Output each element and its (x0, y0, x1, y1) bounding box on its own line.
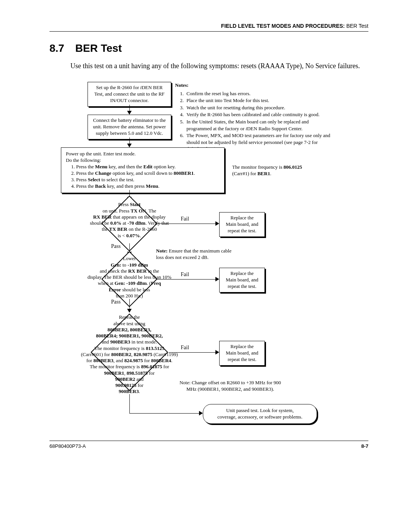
process-connect-eliminator: Connect the battery eliminator to the un… (88, 115, 171, 139)
section-number: 8.7 (49, 42, 72, 54)
fail-label-1: Fail (181, 216, 189, 222)
pass-label-2: Pass (111, 299, 121, 305)
header-tail: BER Test (345, 23, 368, 29)
carrier-note: The monitor frequency is 806.0125 (Carr#… (232, 164, 302, 177)
notes-title: Notes: (175, 82, 331, 89)
decision-lower-gen-text: Lower Gen: to -109 dBm and check the RX … (83, 256, 176, 299)
page-header: FIELD LEVEL TEST MODES AND PROCEDURES: B… (49, 23, 368, 32)
page-footer: 68P80400P73-A 8-7 (49, 441, 368, 449)
note-3: Watch the unit for resetting during this… (185, 104, 331, 111)
decision-start-tx-text: Press Start on unit. Press TX ON. The RX… (84, 201, 175, 239)
note-1: Confirm the reset log has errors. (185, 90, 331, 97)
result-replace-1: Replace theMain board, andrepeat the tes… (219, 212, 265, 237)
footer-doc: 68P80400P73-A (49, 443, 86, 449)
terminal-pass: Unit passed test. Look for system, cover… (203, 404, 317, 424)
note-5: In the United States, the Main board can… (185, 118, 331, 132)
result-replace-2: Replace theMain board, andrepeat the tes… (219, 268, 265, 292)
section-intro: Use this test on a unit having any of th… (70, 61, 368, 70)
decision-repeat-tests-text: Repeat the above test using 800BER2, 800… (70, 314, 188, 395)
pass-label-1: Pass (111, 243, 121, 249)
process-setup-r2660: Set up the R-2660 for iDEN BER Test, and… (88, 82, 171, 107)
section-heading: 8.7 BER Test (49, 42, 368, 54)
fail-label-2: Fail (181, 272, 189, 278)
process-enter-test-mode: Power up the unit. Enter test mode. Do t… (61, 147, 225, 193)
note-2: Place the unit into Test Mode for this t… (185, 97, 331, 104)
section-title: BER Test (75, 42, 122, 54)
footer-page: 8-7 (361, 443, 368, 449)
flowchart: Notes: Confirm the reset log has errors.… (53, 82, 373, 436)
note-4: Verify the R-2660 has been calibrated an… (185, 111, 331, 118)
header-bold: FIELD LEVEL TEST MODES AND PROCEDURES: (221, 23, 345, 29)
result-replace-3: Replace theMain board, andrepeat the tes… (219, 341, 265, 366)
notes-block: Notes: Confirm the reset log has errors.… (175, 82, 331, 152)
